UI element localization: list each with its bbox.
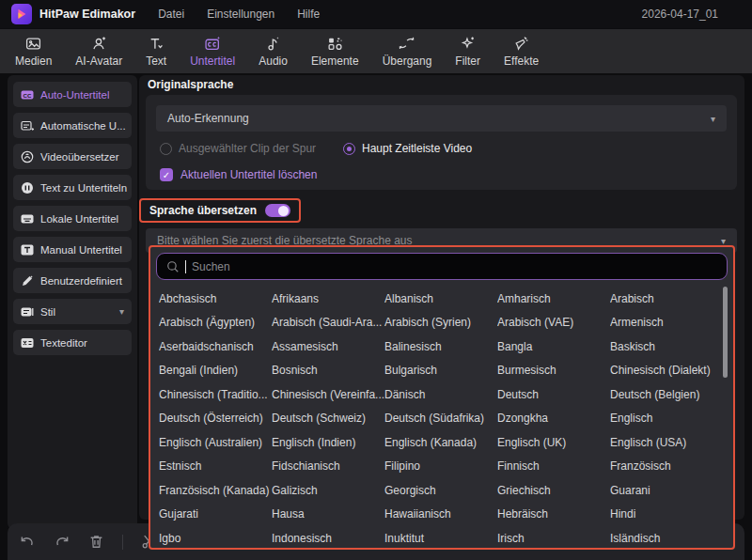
annotation-box-translate: Sprache übersetzen [139, 198, 301, 223]
language-item[interactable]: Deutsch [497, 388, 610, 401]
language-item[interactable]: Arabisch (Saudi-Ara... [272, 316, 384, 329]
language-item[interactable]: Französisch [610, 459, 723, 473]
language-item[interactable]: Indonesisch [272, 532, 384, 545]
sidebar-item-text-zu-untertiteln[interactable]: Text zu Untertiteln [13, 175, 132, 200]
language-item[interactable]: Afrikaans [272, 292, 384, 305]
language-item[interactable]: Arabisch (Syrien) [384, 316, 497, 329]
language-item[interactable]: Französisch (Kanada) [159, 484, 272, 497]
language-item[interactable]: Hausa [272, 507, 384, 521]
language-item[interactable]: Englisch (UK) [497, 436, 610, 449]
radio-icon [160, 143, 172, 155]
language-search[interactable] [156, 253, 728, 280]
app-title: HitPaw Edimakor [39, 8, 135, 21]
cc-badge-icon: CC [21, 88, 34, 101]
language-item[interactable]: Griechisch [497, 484, 610, 497]
tab-elemente[interactable]: Elemente [311, 36, 359, 68]
language-item[interactable]: Finnisch [497, 459, 610, 473]
language-item[interactable]: Baskisch [610, 340, 723, 353]
auto-caption-icon [21, 119, 34, 132]
language-item[interactable]: Guarani [610, 484, 723, 497]
menu-hilfe[interactable]: Hilfe [297, 8, 320, 21]
sidebar-item-stil[interactable]: Stil ▾ [13, 299, 132, 324]
language-item[interactable]: Fidschianisch [272, 459, 384, 473]
tab-effekte[interactable]: Effekte [504, 36, 539, 68]
language-item[interactable]: Deutsch (Belgien) [610, 388, 723, 401]
undo-icon[interactable] [19, 534, 36, 551]
tab-audio[interactable]: Audio [258, 36, 288, 68]
subtitle-settings-panel: Originalsprache Auto-Erkennung ▾ Ausgewä… [139, 75, 744, 520]
main-toolbar: Medien AI-Avatar Text Untertitel [0, 29, 752, 73]
language-item[interactable]: Arabisch (VAE) [497, 316, 610, 329]
language-item[interactable]: Chinesisch (Dialekt) [610, 364, 723, 377]
subtitles-icon [205, 36, 221, 52]
language-item[interactable]: Igbo [159, 532, 272, 545]
language-item[interactable]: Inuktitut [384, 532, 497, 545]
app-logo-icon [11, 4, 32, 24]
language-item[interactable]: Filipino [384, 459, 497, 473]
tab-medien[interactable]: Medien [15, 36, 52, 68]
language-item[interactable]: Balinesisch [384, 340, 497, 353]
tab-filter[interactable]: Filter [455, 36, 480, 68]
language-item[interactable]: Deutsch (Schweiz) [272, 412, 384, 425]
custom-icon [21, 274, 34, 288]
scrollbar-thumb[interactable] [723, 287, 728, 378]
language-item[interactable]: Abchasisch [159, 292, 272, 305]
language-item[interactable]: Isländisch [610, 532, 723, 545]
tab-ai-avatar[interactable]: AI-Avatar [75, 36, 122, 68]
language-item[interactable]: Hebräisch [497, 507, 610, 521]
menu-einstellungen[interactable]: Einstellungen [207, 8, 274, 21]
sidebar-item-automatische-u[interactable]: Automatische U... [13, 113, 132, 138]
text-to-subtitle-icon [21, 181, 34, 194]
translate-toggle[interactable] [265, 204, 290, 217]
language-item[interactable]: Galizisch [272, 484, 384, 497]
language-item[interactable]: Amharisch [497, 292, 610, 305]
sidebar-item-videouebersetzer[interactable]: Videoübersetzer [13, 144, 132, 169]
tab-untertitel[interactable]: Untertitel [190, 36, 235, 68]
detection-select[interactable]: Auto-Erkennung ▾ [156, 105, 727, 132]
search-input[interactable] [192, 260, 717, 273]
radio-selected-clip[interactable]: Ausgewählter Clip der Spur [160, 142, 316, 155]
sidebar-item-benutzerdefiniert[interactable]: Benutzerdefiniert [13, 268, 132, 293]
language-item[interactable]: Bosnisch [272, 364, 384, 377]
language-item[interactable]: Deutsch (Südafrika) [384, 412, 497, 425]
language-item[interactable]: Dzongkha [497, 412, 610, 425]
sidebar-item-manual-untertitel[interactable]: Manual Untertitel [13, 237, 132, 262]
language-item[interactable]: Hindi [610, 507, 723, 521]
language-item[interactable]: Bulgarisch [384, 364, 497, 377]
menu-datei[interactable]: Datei [158, 8, 184, 21]
language-item[interactable]: Bengali (Indien) [159, 364, 272, 377]
language-item[interactable]: Estnisch [159, 459, 272, 473]
language-item[interactable]: Assamesisch [272, 340, 384, 353]
language-item[interactable]: Deutsch (Österreich) [159, 412, 272, 425]
sidebar-item-lokale-untertitel[interactable]: Lokale Untertitel [13, 206, 132, 231]
language-item[interactable]: Chinesisch (Vereinfa... [272, 388, 384, 401]
language-item[interactable]: Bangla [497, 340, 610, 353]
language-item[interactable]: Arabisch [610, 292, 723, 305]
language-item[interactable]: Aserbaidschanisch [159, 340, 272, 353]
language-item[interactable]: Gujarati [159, 507, 272, 521]
tab-uebergang[interactable]: Übergang [383, 36, 432, 68]
sidebar-item-auto-untertitel[interactable]: CC Auto-Untertitel [13, 82, 132, 107]
language-item[interactable]: Englisch (USA) [610, 436, 723, 449]
sidebar-item-texteditor[interactable]: Texteditor [13, 330, 132, 355]
svg-text:CC: CC [24, 91, 32, 98]
delete-subtitles-checkbox[interactable]: ✓ Aktuellen Untertitel löschen [160, 168, 317, 181]
trash-icon[interactable] [88, 534, 104, 550]
language-item[interactable]: Georgisch [384, 484, 497, 497]
language-item[interactable]: Hawaiianisch [384, 507, 497, 521]
language-item[interactable]: Albanisch [384, 292, 497, 305]
language-item[interactable]: Englisch (Australien) [159, 436, 272, 449]
redo-icon[interactable] [54, 534, 70, 551]
language-item[interactable]: Arabisch (Ägypten) [159, 316, 272, 329]
language-item[interactable]: Burmesisch [497, 364, 610, 377]
elements-icon [327, 36, 343, 52]
language-item[interactable]: Irisch [497, 532, 610, 545]
language-item[interactable]: Englisch [610, 412, 723, 425]
language-item[interactable]: Dänisch [384, 388, 497, 401]
language-item[interactable]: Englisch (Indien) [272, 436, 384, 449]
tab-text[interactable]: Text [146, 36, 166, 68]
radio-main-timeline[interactable]: Haupt Zeitleiste Video [343, 142, 472, 155]
language-item[interactable]: Englisch (Kanada) [384, 436, 497, 449]
language-item[interactable]: Armenisch [610, 316, 723, 329]
language-item[interactable]: Chinesisch (Traditio... [159, 388, 272, 401]
